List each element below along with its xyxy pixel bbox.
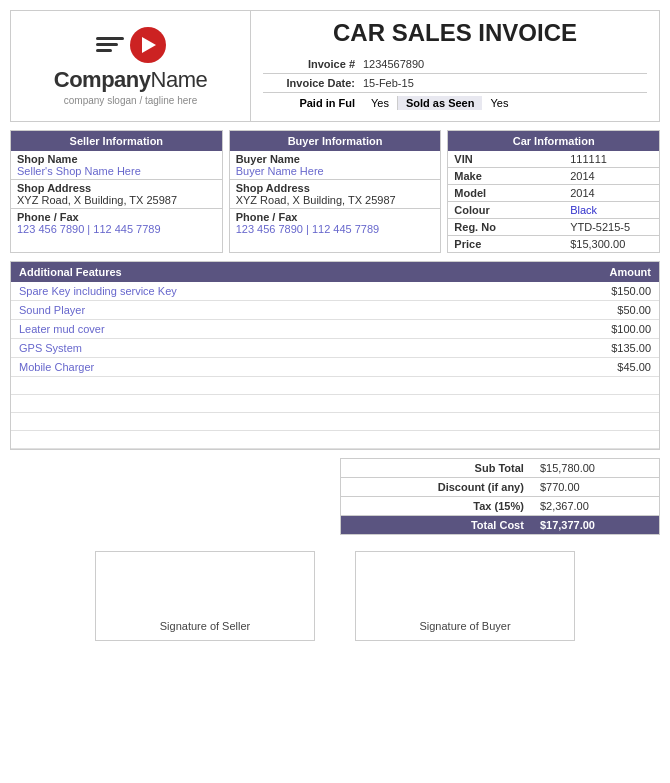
buyer-phone-row: Phone / Fax 123 456 7890 | 112 445 7789 xyxy=(230,209,441,237)
car-vin-value: 111111 xyxy=(564,151,659,168)
logo-lines xyxy=(96,37,124,52)
car-make-value: 2014 xyxy=(564,168,659,185)
seller-shop-name-row: Shop Name Seller's Shop Name Here xyxy=(11,151,222,180)
sold-label: Sold as Seen xyxy=(398,96,482,110)
logo-circle xyxy=(130,27,166,63)
car-make-row: Make 2014 xyxy=(448,168,659,185)
feature-row-7 xyxy=(11,413,659,431)
car-model-row: Model 2014 xyxy=(448,185,659,202)
invoice-date-label: Invoice Date: xyxy=(263,77,363,89)
seller-phone-label: Phone / Fax xyxy=(17,211,216,223)
logo-line-2 xyxy=(96,43,118,46)
car-regno-row: Reg. No YTD-5215-5 xyxy=(448,219,659,236)
invoice-number-row: Invoice # 1234567890 xyxy=(263,55,647,74)
car-price-label: Price xyxy=(448,236,564,253)
feature-name-3: GPS System xyxy=(19,342,531,354)
company-name-part2: Name xyxy=(151,67,208,92)
feature-row-2: Leater mud cover$100.00 xyxy=(11,320,659,339)
feature-amount-3: $135.00 xyxy=(531,342,651,354)
feature-name-7 xyxy=(19,416,531,427)
seller-signature-label: Signature of Seller xyxy=(160,620,251,632)
feature-name-5 xyxy=(19,380,531,391)
car-vin-label: VIN xyxy=(448,151,564,168)
company-name: CompanyName xyxy=(54,67,207,93)
car-colour-row: Colour Black xyxy=(448,202,659,219)
car-colour-label: Colour xyxy=(448,202,564,219)
feature-name-1: Sound Player xyxy=(19,304,531,316)
buyer-info-box: Buyer Information Buyer Name Buyer Name … xyxy=(229,130,442,253)
company-slogan: company slogan / tagline here xyxy=(64,95,197,106)
tax-row: Tax (15%) $2,367.00 xyxy=(341,497,660,516)
feature-amount-2: $100.00 xyxy=(531,323,651,335)
feature-row-8 xyxy=(11,431,659,449)
features-header: Additional Features Amount xyxy=(11,262,659,282)
company-name-part1: Company xyxy=(54,67,151,92)
features-header-amount: Amount xyxy=(531,266,651,278)
tax-label: Tax (15%) xyxy=(341,497,532,516)
buyer-info-header: Buyer Information xyxy=(230,131,441,151)
feature-row-4: Mobile Charger$45.00 xyxy=(11,358,659,377)
subtotal-value: $15,780.00 xyxy=(532,459,660,478)
seller-signature-box: Signature of Seller xyxy=(95,551,315,641)
feature-amount-1: $50.00 xyxy=(531,304,651,316)
feature-name-0: Spare Key including service Key xyxy=(19,285,531,297)
buyer-phone-label: Phone / Fax xyxy=(236,211,435,223)
buyer-name-value: Buyer Name Here xyxy=(236,165,435,177)
totals-table: Sub Total $15,780.00 Discount (if any) $… xyxy=(340,458,660,535)
buyer-address-value: XYZ Road, X Building, TX 25987 xyxy=(236,194,435,206)
feature-row-6 xyxy=(11,395,659,413)
buyer-signature-box: Signature of Buyer xyxy=(355,551,575,641)
buyer-phone-value: 123 456 7890 | 112 445 7789 xyxy=(236,223,435,235)
car-make-label: Make xyxy=(448,168,564,185)
feature-row-5 xyxy=(11,377,659,395)
seller-phone-value: 123 456 7890 | 112 445 7789 xyxy=(17,223,216,235)
seller-address-value: XYZ Road, X Building, TX 25987 xyxy=(17,194,216,206)
car-model-label: Model xyxy=(448,185,564,202)
car-price-row: Price $15,300.00 xyxy=(448,236,659,253)
total-cost-value: $17,377.00 xyxy=(532,516,660,535)
seller-shop-name-value: Seller's Shop Name Here xyxy=(17,165,216,177)
invoice-header: CompanyName company slogan / tagline her… xyxy=(10,10,660,122)
feature-name-2: Leater mud cover xyxy=(19,323,531,335)
total-cost-label: Total Cost xyxy=(341,516,532,535)
car-regno-label: Reg. No xyxy=(448,219,564,236)
feature-amount-0: $150.00 xyxy=(531,285,651,297)
car-model-value: 2014 xyxy=(564,185,659,202)
seller-address-row: Shop Address XYZ Road, X Building, TX 25… xyxy=(11,180,222,209)
subtotal-label: Sub Total xyxy=(341,459,532,478)
feature-row-3: GPS System$135.00 xyxy=(11,339,659,358)
feature-amount-8 xyxy=(531,434,651,445)
feature-row-1: Sound Player$50.00 xyxy=(11,301,659,320)
car-colour-value: Black xyxy=(564,202,659,219)
info-row: Seller Information Shop Name Seller's Sh… xyxy=(10,130,660,253)
seller-phone-row: Phone / Fax 123 456 7890 | 112 445 7789 xyxy=(11,209,222,237)
buyer-name-label: Buyer Name xyxy=(236,153,435,165)
subtotal-row: Sub Total $15,780.00 xyxy=(341,459,660,478)
feature-row-0: Spare Key including service Key$150.00 xyxy=(11,282,659,301)
invoice-date-row: Invoice Date: 15-Feb-15 xyxy=(263,74,647,93)
seller-shop-name-label: Shop Name xyxy=(17,153,216,165)
paid-label: Paid in Ful xyxy=(263,97,363,109)
seller-info-box: Seller Information Shop Name Seller's Sh… xyxy=(10,130,223,253)
feature-name-6 xyxy=(19,398,531,409)
discount-label: Discount (if any) xyxy=(341,478,532,497)
signatures: Signature of Seller Signature of Buyer xyxy=(10,551,660,641)
paid-row: Paid in Ful Yes Sold as Seen Yes xyxy=(263,93,647,113)
total-cost-row: Total Cost $17,377.00 xyxy=(341,516,660,535)
seller-address-label: Shop Address xyxy=(17,182,216,194)
sold-value: Yes xyxy=(482,96,516,110)
car-vin-row: VIN 111111 xyxy=(448,151,659,168)
invoice-number-label: Invoice # xyxy=(263,58,363,70)
invoice-title: CAR SALES INVOICE xyxy=(263,19,647,47)
car-info-box: Car Information VIN 111111 Make 2014 Mod… xyxy=(447,130,660,253)
car-info-header: Car Information xyxy=(448,131,659,151)
buyer-address-label: Shop Address xyxy=(236,182,435,194)
discount-row: Discount (if any) $770.00 xyxy=(341,478,660,497)
buyer-signature-label: Signature of Buyer xyxy=(419,620,510,632)
logo-icon xyxy=(96,27,166,63)
invoice-details: CAR SALES INVOICE Invoice # 1234567890 I… xyxy=(251,11,659,121)
logo-line-1 xyxy=(96,37,124,40)
feature-amount-4: $45.00 xyxy=(531,361,651,373)
car-info-table: VIN 111111 Make 2014 Model 2014 Colour B… xyxy=(448,151,659,252)
logo-line-3 xyxy=(96,49,112,52)
